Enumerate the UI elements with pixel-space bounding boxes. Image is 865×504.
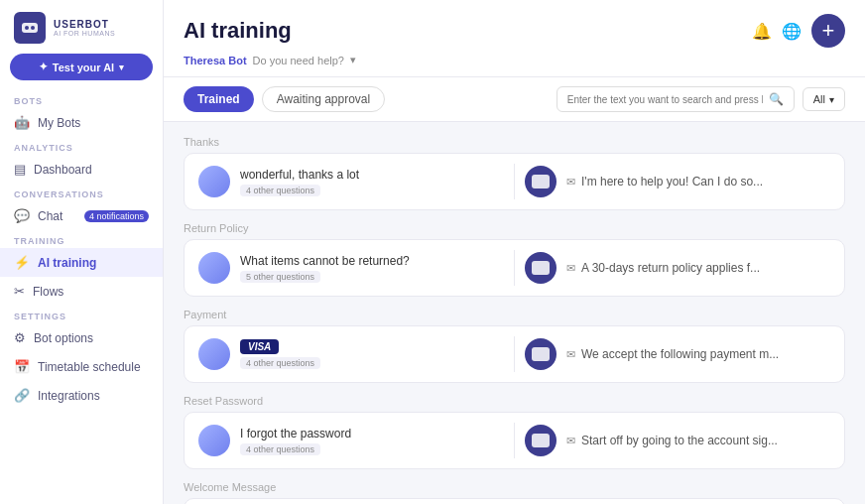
- calendar-icon: 📅: [14, 359, 30, 374]
- tab-awaiting[interactable]: Awaiting approval: [262, 86, 386, 112]
- section-label-bots: BOTS: [0, 92, 163, 108]
- tab-group: Trained Awaiting approval: [184, 86, 385, 112]
- user-avatar-reset: [198, 425, 230, 456]
- integrations-icon: 🔗: [14, 388, 30, 403]
- chevron-down-icon: ▾: [350, 54, 356, 66]
- category-payment: Payment VISA 4 other questions ✉ We acce…: [184, 309, 845, 383]
- sidebar-item-my-bots[interactable]: 🤖 My Bots: [0, 108, 163, 137]
- sidebar-item-chat[interactable]: 💬 Chat 4 notifications: [0, 201, 163, 230]
- sidebar-item-flows[interactable]: ✂ Flows: [0, 277, 163, 306]
- sidebar-item-bot-options[interactable]: ⚙ Bot options: [0, 323, 163, 352]
- sidebar-label-bot-options: Bot options: [34, 331, 93, 345]
- sidebar-item-ai-training[interactable]: ⚡ AI training: [0, 248, 163, 277]
- robot-icon: 🤖: [14, 115, 30, 130]
- dashboard-icon: ▤: [14, 162, 26, 177]
- bot-avatar-payment: [525, 338, 556, 370]
- divider-payment: [514, 336, 515, 372]
- sidebar-item-dashboard[interactable]: ▤ Dashboard: [0, 155, 163, 184]
- category-card-welcome[interactable]: I need assistance 4 other questions Star…: [184, 498, 845, 504]
- answer-text-payment: We accept the following payment m...: [581, 347, 779, 361]
- question-tag-payment: 4 other questions: [240, 357, 320, 369]
- filter-chevron-icon: ▾: [829, 94, 834, 105]
- answer-text: I'm here to help you! Can I do so...: [581, 175, 763, 189]
- question-side-reset: I forgot the password 4 other questions: [240, 427, 504, 455]
- category-card-payment[interactable]: VISA 4 other questions ✉ We accept the f…: [184, 325, 845, 383]
- search-icon: 🔍: [769, 92, 784, 106]
- sidebar-item-timetable[interactable]: 📅 Timetable schedule: [0, 352, 163, 381]
- test-button-label: Test your AI: [53, 62, 114, 73]
- tab-trained[interactable]: Trained: [184, 86, 254, 112]
- logo-icon: [14, 12, 46, 44]
- category-title-return: Return Policy: [184, 222, 845, 234]
- flows-icon: ✂: [14, 284, 25, 299]
- bot-avatar-return: [525, 252, 556, 284]
- add-button[interactable]: +: [811, 14, 845, 48]
- question-text: wonderful, thanks a lot: [240, 168, 504, 182]
- answer-text-return: A 30-days return policy applies f...: [581, 261, 760, 275]
- question-side: wonderful, thanks a lot 4 other question…: [240, 168, 504, 196]
- dropdown-arrow-icon: ▾: [119, 63, 124, 72]
- category-title-thanks: Thanks: [184, 136, 845, 148]
- category-card-reset[interactable]: I forgot the password 4 other questions …: [184, 412, 845, 469]
- filter-dropdown[interactable]: All ▾: [803, 87, 845, 111]
- sidebar-label-ai-training: AI training: [38, 256, 96, 270]
- chat-icon: 💬: [14, 208, 30, 223]
- bot-avatar-reset: [525, 425, 556, 456]
- message-icon-reset: ✉: [566, 435, 575, 447]
- main-content: AI training 🔔 🌐 + Theresa Bot Do you nee…: [164, 0, 865, 504]
- sidebar-label-integrations: Integrations: [38, 389, 100, 403]
- brand-name: USERBOT: [54, 19, 115, 30]
- sidebar-item-integrations[interactable]: 🔗 Integrations: [0, 381, 163, 410]
- question-side-return: What items cannot be returned? 5 other q…: [240, 254, 504, 283]
- question-text-return: What items cannot be returned?: [240, 254, 504, 268]
- toolbar: Trained Awaiting approval 🔍 All ▾: [164, 77, 865, 122]
- svg-point-1: [25, 26, 29, 30]
- category-reset-password: Reset Password I forgot the password 4 o…: [184, 395, 845, 469]
- page-title: AI training: [184, 18, 292, 44]
- question-tag: 4 other questions: [240, 185, 320, 196]
- user-avatar-return: [198, 252, 230, 284]
- filter-label: All: [813, 93, 825, 105]
- content-area: Thanks wonderful, thanks a lot 4 other q…: [164, 122, 865, 504]
- search-box: 🔍: [556, 86, 795, 112]
- sidebar: USERBOT AI FOR HUMANS ✦ Test your AI ▾ B…: [0, 0, 164, 504]
- category-title-reset: Reset Password: [184, 395, 845, 407]
- category-title-welcome: Welcome Message: [184, 481, 845, 493]
- question-tag-reset: 4 other questions: [240, 443, 320, 455]
- visa-tag: VISA: [240, 339, 279, 354]
- divider: [514, 164, 515, 199]
- sparkle-icon: ✦: [39, 61, 48, 73]
- bot-avatar-thanks: [525, 166, 556, 197]
- sidebar-label-chat: Chat: [38, 209, 62, 223]
- section-label-training: TRAINING: [0, 230, 163, 248]
- category-card-thanks[interactable]: wonderful, thanks a lot 4 other question…: [184, 153, 845, 210]
- section-label-conversations: CONVERSATIONS: [0, 184, 163, 201]
- category-welcome: Welcome Message I need assistance 4 othe…: [184, 481, 845, 504]
- test-ai-button[interactable]: ✦ Test your AI ▾: [10, 54, 153, 80]
- language-icon[interactable]: 🌐: [782, 22, 802, 41]
- category-thanks: Thanks wonderful, thanks a lot 4 other q…: [184, 136, 845, 210]
- section-label-analytics: ANALYTICS: [0, 137, 163, 155]
- divider-return: [514, 250, 515, 286]
- svg-rect-0: [22, 23, 38, 33]
- sidebar-label-flows: Flows: [33, 285, 63, 299]
- answer-side-reset: ✉ Start off by going to the account sig.…: [566, 434, 830, 447]
- category-card-return[interactable]: What items cannot be returned? 5 other q…: [184, 239, 845, 297]
- question-side-payment: VISA 4 other questions: [240, 339, 504, 369]
- answer-side: ✉ I'm here to help you! Can I do so...: [566, 175, 830, 189]
- notification-icon[interactable]: 🔔: [752, 22, 772, 41]
- settings-icon: ⚙: [14, 330, 26, 345]
- header-sub: Theresa Bot Do you need help? ▾: [184, 48, 845, 76]
- sidebar-label-my-bots: My Bots: [38, 116, 80, 130]
- search-filter-area: 🔍 All ▾: [556, 86, 845, 112]
- search-input[interactable]: [567, 94, 763, 105]
- ai-training-icon: ⚡: [14, 255, 30, 270]
- sidebar-label-timetable: Timetable schedule: [38, 360, 141, 374]
- brand-sub: AI FOR HUMANS: [54, 30, 115, 37]
- user-avatar: [198, 166, 230, 197]
- divider-reset: [514, 423, 515, 458]
- category-title-payment: Payment: [184, 309, 845, 320]
- answer-side-return: ✉ A 30-days return policy applies f...: [566, 261, 830, 275]
- bot-name: Theresa Bot: [184, 55, 247, 66]
- logo-text: USERBOT AI FOR HUMANS: [54, 19, 115, 37]
